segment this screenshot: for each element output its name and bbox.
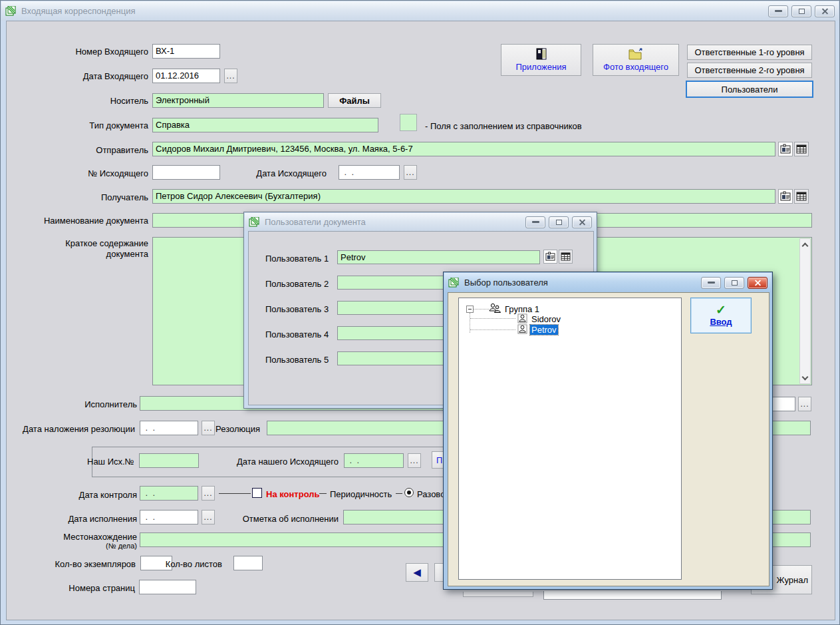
tree-connector xyxy=(470,329,515,330)
left-arrow-icon: ◀ xyxy=(413,566,421,578)
tree-user-item-selected[interactable]: Petrov xyxy=(530,325,558,335)
outgoing-date-label: Дата Исходящего xyxy=(255,168,327,178)
incoming-date-picker-button[interactable]: ... xyxy=(224,69,237,83)
enter-button[interactable]: ✓ Ввод xyxy=(690,298,752,333)
page-numbers-label: Номера страниц xyxy=(27,583,135,593)
doc-type-input[interactable]: Справка xyxy=(152,118,378,132)
page-numbers-input[interactable] xyxy=(139,580,196,594)
scroll-up-icon[interactable] xyxy=(800,239,810,250)
document-icon xyxy=(249,217,260,227)
responsible-level1-button[interactable]: Ответственные 1-го уровня xyxy=(687,45,812,60)
periodicity-label: Периодичность xyxy=(330,489,394,499)
resolution-date-label: Дата наложения резолюции xyxy=(17,424,135,434)
user4-label: Пользователь 4 xyxy=(265,329,335,339)
executor-extra-picker-button[interactable]: ... xyxy=(798,397,811,411)
user1-card-lookup-button[interactable] xyxy=(543,250,557,264)
sender-input[interactable]: Сидоров Михаил Дмитриевич, 123456, Москв… xyxy=(152,142,775,156)
sheets-count-input[interactable] xyxy=(233,556,263,570)
recipient-input[interactable]: Петров Сидор Алексеевич (Бухгалтерия) xyxy=(152,189,775,204)
folder-photo-icon xyxy=(628,48,644,60)
medium-input[interactable]: Электронный xyxy=(152,93,324,108)
group-icon xyxy=(488,303,501,314)
restore-icon[interactable] xyxy=(791,5,811,17)
on-control-checkbox[interactable] xyxy=(252,488,262,498)
user1-input[interactable]: Petrov xyxy=(337,250,540,264)
incoming-photo-button[interactable]: Фото входящего xyxy=(593,44,679,76)
incoming-number-input[interactable]: ВХ-1 xyxy=(152,44,220,59)
execution-date-picker-button[interactable]: ... xyxy=(202,510,215,524)
attachments-button[interactable]: Приложения xyxy=(501,44,581,76)
user1-label: Пользователь 1 xyxy=(265,254,335,264)
incoming-date-input[interactable]: 01.12.2016 xyxy=(152,69,220,83)
close-icon[interactable] xyxy=(572,216,592,228)
scroll-down-icon[interactable] xyxy=(800,373,810,383)
executor-label: Исполнитель xyxy=(27,399,137,409)
tree-collapse-icon[interactable] xyxy=(466,306,474,313)
user-tree[interactable] xyxy=(458,298,682,580)
responsible-level2-button[interactable]: Ответственные 2-го уровня xyxy=(687,63,812,78)
execution-date-label: Дата исполнения xyxy=(27,514,137,524)
table-icon xyxy=(796,144,807,154)
location-label-line1: Местонахождение xyxy=(27,532,137,542)
tree-user-item[interactable]: Sidorov xyxy=(531,314,561,324)
summary-scrollbar[interactable] xyxy=(799,238,811,384)
execution-mark-label: Отметка об исполнении xyxy=(230,514,339,524)
tree-connector xyxy=(474,309,489,310)
recipient-card-lookup-button[interactable] xyxy=(778,189,793,204)
recipient-label: Получатель xyxy=(27,192,148,202)
minimize-icon[interactable] xyxy=(701,277,721,289)
card-index-icon xyxy=(780,191,791,202)
desktop: Входящая корреспонденция Номер Входящего… xyxy=(0,0,840,625)
outgoing-number-label: № Исходящего xyxy=(27,168,148,178)
recipient-table-lookup-button[interactable] xyxy=(794,189,809,204)
control-date-input[interactable]: . . xyxy=(140,486,198,501)
user5-label: Пользователь 5 xyxy=(265,355,335,365)
nav-previous-button[interactable]: ◀ xyxy=(406,563,428,582)
control-date-picker-button[interactable]: ... xyxy=(202,486,215,501)
our-outgoing-date-input[interactable]: . . xyxy=(344,453,404,468)
outgoing-number-input[interactable] xyxy=(152,165,220,180)
users-dialog-titlebar[interactable]: Пользователи документа xyxy=(245,213,596,231)
incoming-number-label: Номер Входящего xyxy=(27,47,148,57)
legend-text: - Поля с заполнением из справочников xyxy=(425,121,704,131)
divider xyxy=(319,493,327,494)
sender-card-lookup-button[interactable] xyxy=(778,142,793,156)
once-radio[interactable] xyxy=(404,488,414,497)
restore-icon[interactable] xyxy=(724,277,744,289)
our-outgoing-date-picker-button[interactable]: ... xyxy=(408,453,421,468)
sender-table-lookup-button[interactable] xyxy=(794,142,809,156)
doc-type-label: Тип документа xyxy=(27,120,148,130)
sheets-count-label: Кол-во листов xyxy=(164,559,222,569)
close-icon[interactable] xyxy=(748,277,768,289)
control-date-label: Дата контроля xyxy=(27,490,137,500)
bottom-hidden-input[interactable] xyxy=(543,591,722,600)
main-window-title: Входящая корреспонденция xyxy=(21,6,768,16)
tree-group-item[interactable]: Группа 1 xyxy=(505,304,539,314)
outgoing-date-input[interactable]: . . xyxy=(339,165,400,180)
summary-label-line2: документа xyxy=(41,249,148,259)
tree-connector xyxy=(470,318,515,319)
outgoing-date-picker-button[interactable]: ... xyxy=(404,165,417,180)
on-control-label: На контроль xyxy=(266,489,326,499)
person-icon xyxy=(517,313,527,323)
bottom-hidden-button[interactable] xyxy=(463,592,533,597)
document-icon xyxy=(448,278,460,288)
minimize-icon[interactable] xyxy=(525,216,545,228)
execution-date-input[interactable]: . . xyxy=(140,510,198,524)
resolution-date-input[interactable]: . . xyxy=(140,421,198,435)
main-titlebar[interactable]: Входящая корреспонденция xyxy=(1,1,839,21)
resolution-label: Резолюция xyxy=(207,424,260,434)
restore-icon[interactable] xyxy=(549,216,569,228)
files-button[interactable]: Файлы xyxy=(328,93,381,108)
minimize-icon[interactable] xyxy=(768,5,788,17)
users-dialog-title: Пользователи документа xyxy=(265,217,525,227)
copies-count-label: Кол-во экземпляров xyxy=(17,559,136,569)
users-button[interactable]: Пользователи xyxy=(686,81,813,98)
table-icon xyxy=(796,192,807,201)
close-icon[interactable] xyxy=(815,5,835,17)
book-icon xyxy=(535,48,548,60)
user1-table-lookup-button[interactable] xyxy=(559,250,573,264)
select-dialog-titlebar[interactable]: Выбор пользователя xyxy=(444,273,771,292)
our-outgoing-number-input[interactable] xyxy=(139,453,199,468)
location-label-line2: (№ дела) xyxy=(27,542,137,550)
